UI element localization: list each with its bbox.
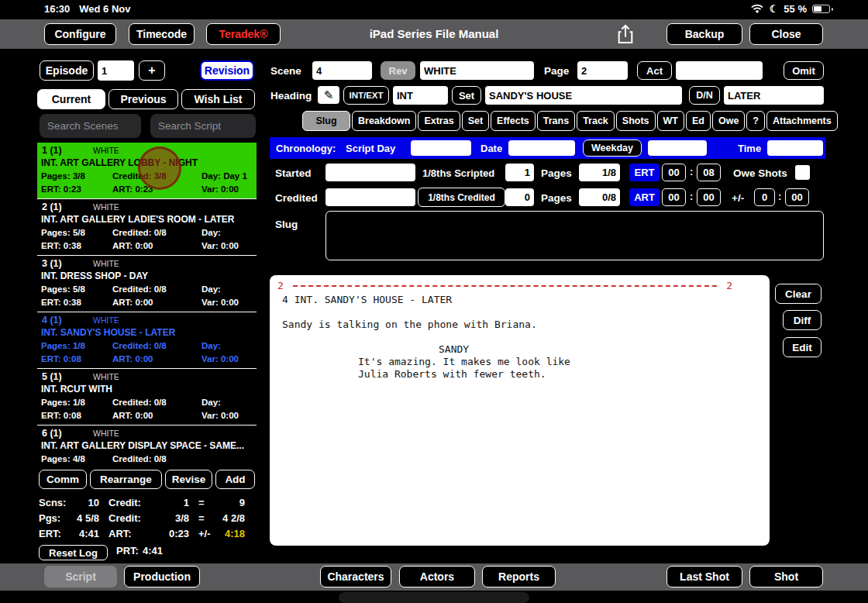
- episode-number-input[interactable]: [98, 60, 134, 81]
- teradek-button[interactable]: Teradek®: [206, 23, 281, 45]
- ert-minutes-input[interactable]: 08: [697, 164, 721, 181]
- chronology-label: Chronology:: [276, 137, 336, 159]
- day-night-button[interactable]: D/N: [689, 86, 720, 105]
- tab-shots[interactable]: Shots: [616, 111, 656, 131]
- production-button[interactable]: Production: [124, 566, 200, 587]
- search-scenes-input[interactable]: [40, 114, 141, 138]
- var-value: 0:00: [221, 354, 239, 364]
- add-episode-button[interactable]: +: [139, 60, 165, 81]
- comm-button[interactable]: Comm: [39, 470, 87, 489]
- tab-help[interactable]: ?: [746, 111, 765, 131]
- scene-row-5[interactable]: 5 (1)WHITE INT. RCUT WITH Pages: 1/8 Cre…: [37, 369, 257, 426]
- credited-label: Credited:: [112, 284, 151, 294]
- owe-shots-checkbox[interactable]: [795, 165, 810, 180]
- last-shot-button[interactable]: Last Shot: [666, 566, 742, 587]
- stat-value: 4:41: [60, 528, 99, 539]
- actors-button[interactable]: Actors: [399, 566, 475, 587]
- tab-slug[interactable]: Slug: [302, 111, 350, 131]
- set-button[interactable]: Set: [452, 86, 481, 105]
- tab-current[interactable]: Current: [37, 89, 105, 109]
- art-hours-input[interactable]: 00: [662, 188, 686, 206]
- started-input[interactable]: [326, 164, 415, 181]
- omit-button[interactable]: Omit: [784, 61, 824, 80]
- tab-track[interactable]: Track: [577, 111, 615, 131]
- status-bar: 16:30 Wed 6 Nov ☾ 55 %: [0, 0, 868, 18]
- eighths-credited-button[interactable]: 1/8ths Credited: [418, 188, 505, 207]
- time-input[interactable]: [767, 140, 823, 156]
- revision-color-input[interactable]: [420, 61, 534, 80]
- timecode-button[interactable]: Timecode: [129, 23, 195, 45]
- search-script-input[interactable]: [150, 114, 256, 138]
- credited-label: Credited:: [112, 228, 151, 237]
- pages-label: Pages:: [41, 284, 71, 294]
- scene-row-6[interactable]: 6 (1)WHITE INT. ART GALLERY DISPLAY SPAC…: [37, 426, 257, 467]
- scene-heading: INT. ART GALLERY LOBBY - NIGHT: [37, 157, 257, 171]
- script-day-input[interactable]: [411, 140, 471, 156]
- art-minutes-input[interactable]: 00: [697, 188, 721, 206]
- tab-breakdown[interactable]: Breakdown: [352, 111, 416, 131]
- scene-number-input[interactable]: [312, 61, 372, 80]
- revision-color: WHITE: [93, 429, 119, 438]
- scene-row-3[interactable]: 3 (1)WHITE INT. DRESS SHOP - DAY Pages: …: [37, 256, 257, 312]
- variance-minutes-input[interactable]: 00: [785, 188, 809, 206]
- tab-ed[interactable]: Ed: [686, 111, 711, 131]
- pages-label: Pages:: [41, 341, 71, 350]
- wifi-icon: [750, 4, 764, 14]
- revision-button[interactable]: Revision: [200, 60, 254, 81]
- configure-button[interactable]: Configure: [44, 23, 116, 45]
- characters-button[interactable]: Characters: [320, 566, 391, 587]
- tab-extras[interactable]: Extras: [418, 111, 460, 131]
- revise-button[interactable]: Revise: [165, 470, 212, 489]
- tab-trans[interactable]: Trans: [537, 111, 575, 131]
- diff-button[interactable]: Diff: [783, 310, 822, 330]
- tab-effects[interactable]: Effects: [491, 111, 536, 131]
- eighths-credited-input[interactable]: [505, 188, 534, 206]
- share-icon[interactable]: [614, 22, 637, 46]
- slug-textarea[interactable]: [326, 211, 824, 260]
- int-ext-button[interactable]: INT/EXT: [343, 86, 389, 105]
- backup-button[interactable]: Backup: [666, 23, 742, 45]
- script-button[interactable]: Script: [44, 566, 117, 587]
- act-input[interactable]: [676, 61, 763, 80]
- pages-scripted-input[interactable]: [579, 164, 620, 181]
- scene-heading: INT. DRESS SHOP - DAY: [37, 270, 257, 284]
- action-line: Sandy is talking on the phone with Brian…: [282, 319, 537, 330]
- reports-button[interactable]: Reports: [482, 566, 556, 587]
- tab-owe[interactable]: Owe: [712, 111, 745, 131]
- weekday-input[interactable]: [648, 140, 707, 156]
- date-input[interactable]: [508, 140, 575, 156]
- rearrange-button[interactable]: Rearrange: [90, 470, 162, 489]
- eighths-scripted-input[interactable]: [505, 164, 534, 181]
- page-number-input[interactable]: [577, 61, 628, 80]
- episode-button[interactable]: Episode: [40, 60, 94, 81]
- pages-credited-input[interactable]: [579, 188, 620, 206]
- home-indicator[interactable]: [339, 592, 529, 603]
- variance-hours-input[interactable]: 0: [754, 188, 775, 206]
- ert-hours-input[interactable]: 00: [662, 164, 686, 181]
- act-button[interactable]: Act: [637, 61, 672, 80]
- tab-wish-list[interactable]: Wish List: [181, 89, 255, 109]
- add-button[interactable]: Add: [215, 470, 255, 489]
- reset-log-button[interactable]: Reset Log: [39, 545, 108, 560]
- tab-attachments[interactable]: Attachments: [766, 111, 838, 131]
- scene-row-2[interactable]: 2 (1)WHITE INT. ART GALLERY LADIE'S ROOM…: [37, 199, 257, 256]
- set-input[interactable]: [485, 86, 682, 105]
- clear-button[interactable]: Clear: [775, 284, 822, 304]
- page-number-left: 2: [277, 280, 284, 291]
- close-button[interactable]: Close: [749, 23, 823, 45]
- weekday-button[interactable]: Weekday: [583, 140, 642, 157]
- tab-wt[interactable]: WT: [657, 111, 684, 131]
- int-ext-input[interactable]: [393, 86, 448, 105]
- credited-input[interactable]: [326, 188, 415, 206]
- shot-button[interactable]: Shot: [749, 566, 823, 587]
- day-night-input[interactable]: [724, 86, 824, 105]
- tab-set[interactable]: Set: [462, 111, 489, 131]
- rev-button[interactable]: Rev: [381, 61, 415, 80]
- stat-value: 1: [153, 497, 189, 508]
- heading-sign-checkbox[interactable]: ✎: [318, 86, 339, 104]
- edit-button[interactable]: Edit: [783, 337, 822, 357]
- tab-previous[interactable]: Previous: [108, 89, 178, 109]
- script-preview[interactable]: 2 2 4 INT. SANDY'S HOUSE - LATER Sandy i…: [270, 275, 770, 546]
- scene-row-1[interactable]: 1 (1)WHITE INT. ART GALLERY LOBBY - NIGH…: [37, 143, 257, 199]
- scene-row-4[interactable]: 4 (1)WHITE INT. SANDY'S HOUSE - LATER Pa…: [37, 312, 257, 369]
